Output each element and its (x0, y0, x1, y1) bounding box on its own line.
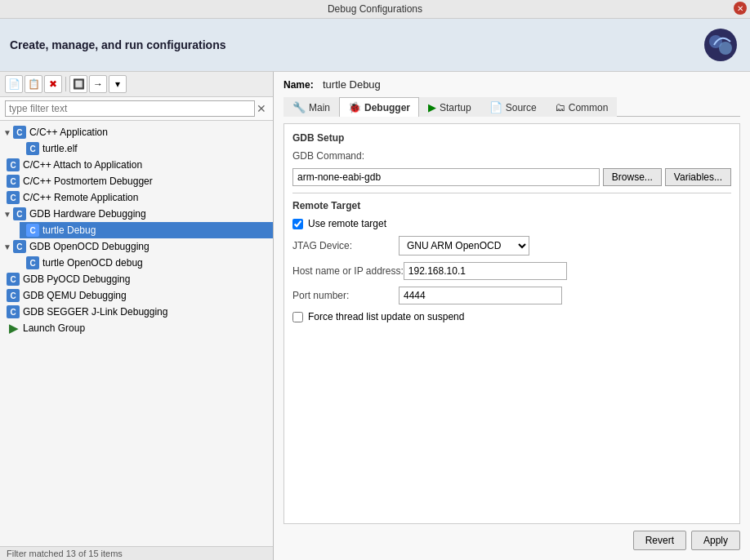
icon-turtle-debug: C (26, 224, 39, 237)
tree-item-turtle-debug[interactable]: C turtle Debug (20, 222, 273, 238)
host-input[interactable] (404, 262, 567, 280)
tab-debugger[interactable]: 🐞 Debugger (339, 97, 419, 117)
status-text: Filter matched 13 of 15 items (7, 549, 123, 558)
jtag-dropdown-wrapper: GNU ARM OpenOCD (399, 236, 731, 256)
name-label: Name: (283, 79, 316, 91)
gdb-command-input[interactable] (292, 168, 600, 186)
force-thread-row: Force thread list update on suspend (292, 311, 731, 322)
content-area: GDB Setup GDB Command: Browse... Variabl… (283, 123, 740, 524)
window-close-button[interactable]: ✕ (734, 2, 747, 15)
tab-main[interactable]: 🔧 Main (283, 97, 339, 117)
tabs: 🔧 Main 🐞 Debugger ▶ Startup 📄 Source 🗂 C… (283, 97, 740, 117)
tab-startup-label: Startup (440, 102, 471, 113)
tree-group-gdb-hw[interactable]: ▼ C GDB Hardware Debugging (0, 206, 273, 222)
label-turtle-openocd: turtle OpenOCD debug (42, 257, 143, 269)
icon-cpp-app: C (13, 126, 26, 139)
jtag-device-row: JTAG Device: GNU ARM OpenOCD (292, 236, 731, 256)
arrow-gdb-hw: ▼ (3, 210, 11, 219)
label-cpp-attach: C/C++ Attach to Application (23, 159, 142, 171)
jtag-device-select[interactable]: GNU ARM OpenOCD (399, 236, 529, 256)
source-tab-icon: 📄 (489, 101, 502, 113)
use-remote-label: Use remote target (308, 218, 386, 229)
separator (65, 77, 66, 91)
tree-item-gdb-segger[interactable]: C GDB SEGGER J-Link Debugging (0, 304, 273, 320)
icon-turtle-elf: C (26, 142, 39, 155)
use-remote-checkbox[interactable] (292, 219, 303, 229)
tree-item-cpp-attach[interactable]: C C/C++ Attach to Application (0, 157, 273, 173)
name-row: Name: turtle Debug (283, 78, 740, 91)
section-divider (292, 193, 731, 193)
tab-common-label: Common (569, 102, 609, 113)
label-gdb-openocd: GDB OpenOCD Debugging (29, 241, 150, 252)
icon-gdb-openocd: C (13, 240, 26, 253)
filter-clear-button[interactable]: ✕ (255, 102, 268, 115)
revert-button[interactable]: Revert (633, 531, 686, 550)
copy-config-button[interactable]: 📋 (25, 75, 42, 93)
main-container: 📄 📋 ✖ 🔲 → ▾ ✕ ▼ C C/C++ Application C (0, 72, 750, 560)
delete-config-button[interactable]: ✖ (44, 75, 62, 93)
arrow-gdb-openocd: ▼ (3, 242, 11, 251)
tab-source-label: Source (506, 102, 537, 113)
port-input[interactable] (399, 287, 562, 304)
arrow-cpp-app: ▼ (3, 128, 11, 137)
label-turtle-elf: turtle.elf (42, 143, 78, 154)
label-gdb-pyocd: GDB PyOCD Debugging (23, 273, 130, 285)
main-tab-icon: 🔧 (292, 101, 306, 113)
tree-item-gdb-qemu[interactable]: C GDB QEMU Debugging (0, 287, 273, 304)
label-gdb-qemu: GDB QEMU Debugging (23, 290, 127, 301)
new-config-button[interactable]: 📄 (5, 75, 23, 93)
icon-gdb-qemu: C (7, 289, 20, 302)
tab-startup[interactable]: ▶ Startup (419, 97, 480, 117)
tree-item-launch-group[interactable]: ▶ Launch Group (0, 320, 273, 336)
tree-item-turtle-elf[interactable]: C turtle.elf (20, 140, 273, 157)
icon-gdb-pyocd: C (7, 273, 20, 286)
gdb-command-input-row: Browse... Variables... (292, 168, 731, 186)
variables-button[interactable]: Variables... (665, 168, 731, 186)
gdb-setup-title: GDB Setup (292, 132, 731, 144)
export-button[interactable]: → (89, 75, 107, 93)
eclipse-icon (701, 25, 740, 64)
children-cpp-app: C turtle.elf (0, 140, 273, 157)
use-remote-row: Use remote target (292, 218, 731, 229)
more-button[interactable]: ▾ (109, 75, 127, 93)
tree-item-turtle-openocd[interactable]: C turtle OpenOCD debug (20, 255, 273, 271)
force-thread-checkbox[interactable] (292, 312, 303, 322)
browse-button[interactable]: Browse... (603, 168, 662, 186)
filter-button[interactable]: 🔲 (69, 75, 87, 93)
tree-item-cpp-remote[interactable]: C C/C++ Remote Application (0, 189, 273, 206)
icon-turtle-openocd: C (26, 256, 39, 269)
left-panel: 📄 📋 ✖ 🔲 → ▾ ✕ ▼ C C/C++ Application C (0, 72, 274, 560)
label-cpp-postmortem: C/C++ Postmortem Debugger (23, 176, 153, 187)
tree-area[interactable]: ▼ C C/C++ Application C turtle.elf C C/C… (0, 121, 273, 546)
svg-point-2 (719, 42, 732, 55)
right-panel: Name: turtle Debug 🔧 Main 🐞 Debugger ▶ S… (274, 72, 750, 560)
tab-common[interactable]: 🗂 Common (546, 97, 618, 117)
tab-debugger-label: Debugger (364, 102, 410, 113)
tree-item-gdb-pyocd[interactable]: C GDB PyOCD Debugging (0, 271, 273, 287)
remote-target-title: Remote Target (292, 200, 731, 211)
header-title: Create, manage, and run configurations (10, 38, 226, 51)
force-thread-label: Force thread list update on suspend (308, 311, 464, 322)
host-label: Host name or IP address: (292, 265, 404, 277)
children-gdb-hw: C turtle Debug (0, 222, 273, 238)
label-gdb-segger: GDB SEGGER J-Link Debugging (23, 306, 167, 318)
tree-item-cpp-postmortem[interactable]: C C/C++ Postmortem Debugger (0, 173, 273, 189)
title-bar: Debug Configurations ✕ (0, 0, 750, 19)
filter-row: ✕ (0, 97, 273, 121)
port-row: Port number: (292, 287, 731, 304)
tree-group-gdb-openocd[interactable]: ▼ C GDB OpenOCD Debugging (0, 238, 273, 255)
startup-tab-icon: ▶ (428, 101, 436, 113)
filter-input[interactable] (5, 100, 255, 117)
icon-gdb-hw: C (13, 207, 26, 220)
label-cpp-remote: C/C++ Remote Application (23, 192, 138, 203)
apply-button[interactable]: Apply (691, 531, 740, 550)
toolbar: 📄 📋 ✖ 🔲 → ▾ (0, 72, 273, 97)
tab-source[interactable]: 📄 Source (480, 97, 546, 117)
tree-group-cpp-app[interactable]: ▼ C C/C++ Application (0, 124, 273, 140)
gdb-command-label: GDB Command: (292, 150, 399, 162)
status-bar: Filter matched 13 of 15 items (0, 546, 273, 560)
host-row: Host name or IP address: (292, 262, 731, 280)
icon-gdb-segger: C (7, 305, 20, 318)
label-turtle-debug: turtle Debug (42, 224, 96, 236)
right-actions: Revert Apply (283, 527, 740, 553)
